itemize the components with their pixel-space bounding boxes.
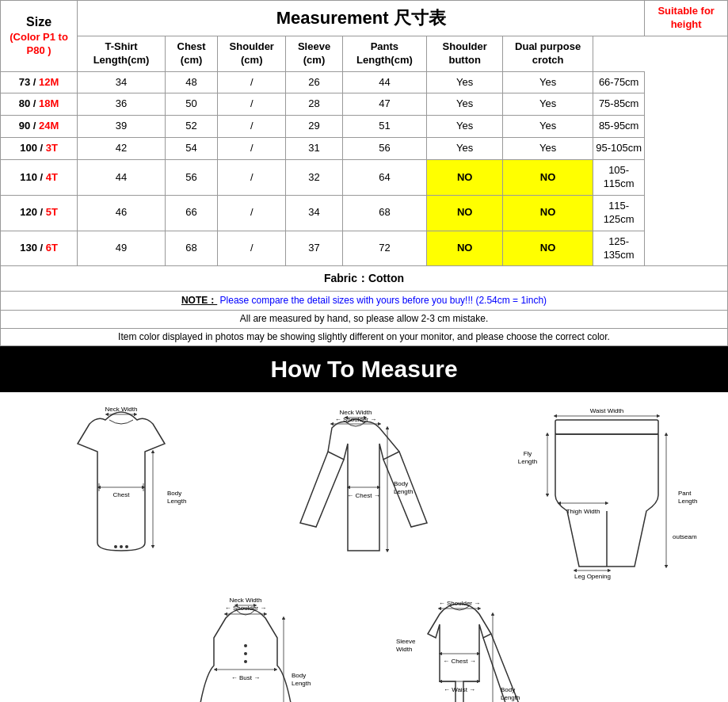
- neck-width-label-2: Neck Width: [340, 409, 372, 416]
- data-cell: 72: [342, 231, 427, 266]
- size-header-label: Size: [3, 14, 74, 31]
- height-cell: 95-105cm: [593, 138, 645, 160]
- svg-text:Length: Length: [501, 694, 520, 701]
- data-cell: /: [218, 160, 286, 196]
- body-length-label-2: Body: [394, 480, 408, 487]
- svg-text:Length: Length: [518, 458, 537, 465]
- svg-point-1: [120, 545, 123, 548]
- main-title-text: Measurement 尺寸表: [276, 8, 446, 28]
- dual-crotch-cell: Yes: [503, 138, 593, 160]
- table-row: 100 / 3T4254/3156YesYes95-105cm: [1, 138, 728, 160]
- size-cell: 73 / 12M: [1, 71, 78, 93]
- size-section: Size (Color P1 to P80 ) Measurement 尺寸表 …: [0, 0, 728, 346]
- table-row: 90 / 24M3952/2951YesYes85-95cm: [1, 116, 728, 138]
- data-cell: 34: [78, 71, 166, 93]
- data-cell: 51: [342, 116, 427, 138]
- data-cell: 46: [78, 195, 166, 231]
- svg-text:Length: Length: [167, 498, 186, 505]
- col-chest: Chest (cm): [166, 36, 218, 71]
- shoulder-btn-cell: NO: [427, 195, 503, 231]
- chest-label-1: Chest: [113, 491, 131, 498]
- svg-point-23: [244, 652, 247, 655]
- col-tshirt: T-Shirt Length(cm): [78, 36, 166, 71]
- hand-measure-row: All are measured by hand, so please allo…: [1, 311, 728, 329]
- shoulder-btn-cell: NO: [427, 231, 503, 266]
- data-cell: 29: [286, 116, 342, 138]
- svg-text:Length: Length: [394, 488, 413, 495]
- height-cell: 75-85cm: [593, 93, 645, 116]
- shoulder-btn-cell: Yes: [427, 93, 503, 116]
- svg-point-24: [244, 660, 247, 663]
- longsleeve-svg: Neck Width ← Shoulder → ← Chest → Body L…: [276, 400, 451, 582]
- svg-text:Length: Length: [292, 680, 311, 687]
- data-cell: 50: [166, 93, 218, 116]
- shoulder-btn-cell: Yes: [427, 138, 503, 160]
- note-text-cell: NOTE： Please compare the detail sizes wi…: [1, 291, 728, 311]
- height-cell: 115-125cm: [593, 195, 645, 231]
- pants-svg: Waist Width Fly Length Thigh Width Leg O…: [516, 400, 698, 582]
- col-pants: Pants Length(cm): [342, 36, 427, 71]
- svg-text:Width: Width: [396, 646, 412, 653]
- shoulder-btn-cell: Yes: [427, 116, 503, 138]
- size-cell: 80 / 18M: [1, 93, 78, 116]
- table-body: 73 / 12M3448/2644YesYes66-75cm80 / 18M36…: [1, 71, 728, 266]
- data-cell: 42: [78, 138, 166, 160]
- note-label: NOTE：: [181, 295, 217, 306]
- data-cell: /: [218, 231, 286, 266]
- dual-crotch-cell: Yes: [503, 93, 593, 116]
- measurement-header: Measurement 尺寸表: [78, 1, 645, 36]
- data-cell: 28: [286, 93, 342, 116]
- how-to-measure-title: How To Measure: [0, 356, 728, 383]
- color-note-text: Item color displayed in photos may be sh…: [1, 328, 728, 346]
- fabric-row: Fabric：Cotton: [1, 266, 728, 291]
- data-cell: /: [218, 195, 286, 231]
- data-cell: 39: [78, 116, 166, 138]
- data-cell: 32: [286, 160, 342, 196]
- data-cell: 36: [78, 93, 166, 116]
- svg-point-22: [244, 644, 247, 647]
- leg-opening-label: Leg Opening: [574, 573, 611, 580]
- diagrams-row-1: Neck Width Chest Body Length: [4, 400, 724, 582]
- data-cell: 64: [342, 160, 427, 196]
- diagrams-row-2: ← Shoulder → Neck Width ← Bust → ← Waist…: [4, 586, 724, 702]
- outseam-label: outseam: [673, 533, 697, 540]
- dual-crotch-cell: NO: [503, 195, 593, 231]
- data-cell: 56: [342, 138, 427, 160]
- dual-crotch-cell: Yes: [503, 71, 593, 93]
- dual-crotch-cell: NO: [503, 160, 593, 196]
- diagram-dress: ← Shoulder → Neck Width ← Bust → ← Waist…: [166, 586, 349, 702]
- data-cell: 52: [166, 116, 218, 138]
- note-row: NOTE： Please compare the detail sizes wi…: [1, 291, 728, 311]
- data-cell: /: [218, 116, 286, 138]
- suitable-header: Suitable for height: [645, 1, 728, 36]
- data-cell: 44: [78, 160, 166, 196]
- color-note-row: Item color displayed in photos may be sh…: [1, 328, 728, 346]
- size-cell: 90 / 24M: [1, 116, 78, 138]
- size-cell: 120 / 5T: [1, 195, 78, 231]
- shoulder-btn-cell: Yes: [427, 71, 503, 93]
- height-cell: 66-75cm: [593, 71, 645, 93]
- shoulder-label-2: ← Shoulder →: [335, 416, 376, 423]
- shoulder-label-romper: ← Shoulder →: [438, 600, 479, 607]
- how-to-measure-section: How To Measure: [0, 346, 728, 392]
- shoulder-btn-cell: NO: [427, 160, 503, 196]
- data-cell: 49: [78, 231, 166, 266]
- data-cell: 48: [166, 71, 218, 93]
- height-cell: 125-135cm: [593, 231, 645, 266]
- svg-point-0: [114, 545, 117, 548]
- svg-rect-14: [555, 420, 658, 434]
- bodysuit-shape: [78, 412, 165, 551]
- diagram-pants: Waist Width Fly Length Thigh Width Leg O…: [490, 400, 724, 582]
- bodysuit-svg: Neck Width Chest Body Length: [42, 400, 200, 574]
- dual-crotch-cell: Yes: [503, 116, 593, 138]
- chest-label-2: ← Chest →: [348, 492, 380, 499]
- size-cell: 100 / 3T: [1, 138, 78, 160]
- data-cell: 54: [166, 138, 218, 160]
- fabric-text: Fabric：Cotton: [1, 266, 728, 291]
- size-table: Size (Color P1 to P80 ) Measurement 尺寸表 …: [0, 0, 728, 346]
- sleeve-width-label: Sleeve: [396, 638, 416, 645]
- bust-label: ← Bust →: [231, 674, 259, 681]
- size-cell: 130 / 6T: [1, 231, 78, 266]
- data-cell: /: [218, 71, 286, 93]
- data-cell: /: [218, 138, 286, 160]
